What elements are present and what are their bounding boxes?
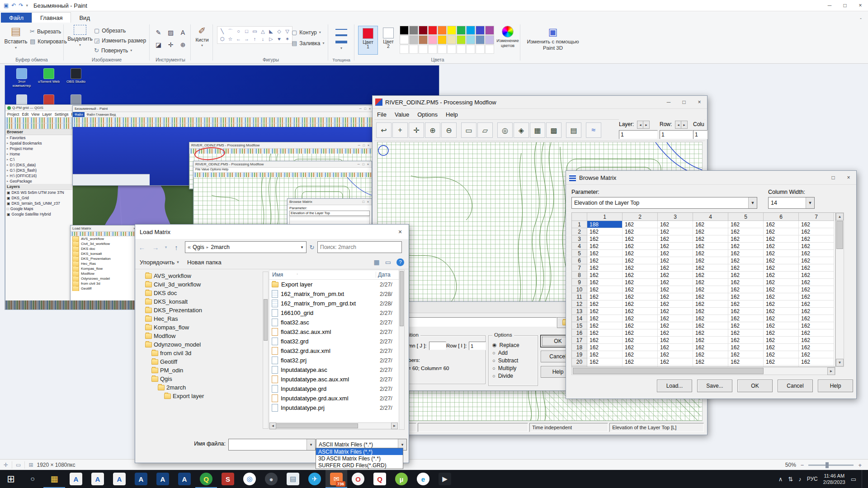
file-explorer-icon[interactable]: ▦ [43, 470, 65, 488]
file-list-item[interactable]: float32.asc.aux.xml2/27/ [269, 327, 399, 337]
bm-cell[interactable]: 162 [623, 315, 658, 322]
bm-cell[interactable]: 162 [764, 358, 799, 366]
bm-cell[interactable]: 162 [764, 250, 799, 257]
bm-cell[interactable]: 162 [764, 221, 799, 228]
bm-cell[interactable]: 162 [587, 351, 623, 358]
help-icon[interactable]: ? [396, 258, 404, 266]
name-column-header[interactable]: Имя ˆ [269, 272, 376, 278]
tree-folder-item[interactable]: Odynzowo_model [139, 340, 262, 349]
file-list-item[interactable]: float32.prj2/27/ [269, 356, 399, 365]
palette-swatch[interactable] [438, 26, 447, 35]
water-icon[interactable]: ≈ [586, 122, 601, 138]
radio-Multiply[interactable]: ○Multiply [492, 364, 519, 372]
preview-pane-button[interactable]: ▭ [385, 258, 391, 266]
layer-checkbox[interactable]: □ [7, 207, 9, 211]
bm-cell[interactable]: 162 [623, 235, 658, 243]
shape-icon[interactable]: □ [243, 28, 250, 35]
palette-swatch-empty[interactable] [400, 45, 409, 54]
palette-swatch-empty[interactable] [466, 45, 475, 54]
bm-cell[interactable]: 162 [587, 264, 623, 272]
paint-titlebar[interactable]: ▣ ↶ ↷ ▾ Безымянный - Paint ─ □ × [0, 0, 868, 11]
grid-icon[interactable]: ▦ [530, 122, 545, 138]
bm-cell[interactable]: 162 [623, 264, 658, 272]
qgis-layer-item[interactable]: ▣DKS_Grid [5, 195, 72, 201]
opera-icon[interactable]: O [347, 470, 369, 488]
bm-row-header[interactable]: 15 [572, 322, 587, 329]
palette-swatch[interactable] [457, 35, 466, 44]
bm-row-header[interactable]: 5 [572, 250, 587, 257]
shape-icon[interactable]: ♥ [275, 35, 283, 42]
bm-cell[interactable]: 162 [728, 272, 764, 279]
bm-row-header[interactable]: 12 [572, 300, 587, 308]
bm-cell[interactable]: 162 [799, 351, 834, 358]
file-list-item[interactable]: Export layer2/27/ [269, 280, 399, 289]
palette-swatch[interactable] [485, 35, 494, 44]
breadcrumb-collapse-icon[interactable]: « [188, 244, 191, 250]
file-list-item[interactable]: float32.grd.aux.xml2/27/ [269, 346, 399, 356]
palette-swatch-empty[interactable] [457, 45, 466, 54]
bm-col-header[interactable]: 3 [658, 213, 693, 221]
bm-cell[interactable]: 162 [623, 228, 658, 235]
bm-cell[interactable]: 162 [799, 279, 834, 286]
shape-fill-button[interactable]: ▤Заливка▾ [292, 40, 325, 47]
bm-cell[interactable]: 162 [728, 257, 764, 264]
bm-cell[interactable]: 162 [728, 308, 764, 315]
bm-cell[interactable]: 162 [693, 351, 728, 358]
app-a-blue-2-icon[interactable]: А [152, 470, 174, 488]
bm-cell[interactable]: 162 [693, 358, 728, 366]
ring-app-icon[interactable]: ◎ [239, 470, 260, 488]
shape-icon[interactable]: ↓ [259, 35, 267, 42]
tree-folder-item[interactable]: DKS doc [139, 289, 262, 297]
bm-cell[interactable]: 162 [799, 243, 834, 250]
shape-icon[interactable]: ◣ [267, 28, 275, 35]
bm-cell[interactable]: 162 [799, 329, 834, 337]
qgis-layer-item[interactable]: □Google Maps [5, 206, 72, 211]
modflow-titlebar[interactable]: RIVER_ODINZ.PM5 - Processing Modflow ─ □… [373, 96, 707, 109]
bm-cell[interactable]: 162 [658, 243, 693, 250]
palette-swatch-empty[interactable] [438, 45, 447, 54]
bm-cell[interactable]: 162 [764, 286, 799, 293]
bm-cell[interactable]: 162 [693, 250, 728, 257]
bm-cell[interactable]: 162 [728, 264, 764, 272]
bm-cell[interactable]: 162 [587, 286, 623, 293]
select-poly-icon[interactable]: ▱ [477, 122, 493, 138]
file-list-item[interactable]: 162_matrix_from_pm_grd.txt2/28/ [269, 299, 399, 308]
modflow-menu-Help[interactable]: Help [446, 111, 458, 118]
qgis-menu-Project[interactable]: Project [7, 112, 19, 117]
clock[interactable]: 11:46 AM 2/28/2023 [823, 473, 845, 486]
desktop-icon[interactable]: OBS Studio [63, 68, 89, 94]
view-mode-button[interactable]: ▦ [374, 258, 380, 266]
files-vscrollbar[interactable] [399, 270, 405, 430]
bm-row-header[interactable]: 7 [572, 264, 587, 272]
matrix-hscrollbar[interactable]: ► [571, 367, 835, 375]
tree-folder-item[interactable]: from civil 3d [139, 349, 262, 357]
palette-swatch[interactable] [428, 26, 437, 35]
palette-swatch[interactable] [447, 26, 456, 35]
app-a-blue-1-icon[interactable]: А [130, 470, 152, 488]
bm-col-header[interactable]: 6 [764, 213, 799, 221]
new-folder-button[interactable]: Новая папка [187, 259, 222, 266]
bm-cell[interactable]: 162 [693, 221, 728, 228]
nested-parameter-combo[interactable]: Elevation of the Layer Top [289, 211, 370, 216]
mini-folder-item[interactable]: Civil_3d_workflow [71, 241, 138, 246]
bm-cell[interactable]: 162 [658, 228, 693, 235]
palette-swatch-empty[interactable] [409, 45, 418, 54]
browse-close-button[interactable]: × [841, 173, 856, 183]
nested-paint-file-tab[interactable]: Файл [73, 112, 85, 117]
qat-customize-icon[interactable]: ▾ [26, 3, 28, 8]
file-list-item[interactable]: 162_matrix_from_pm.txt2/28/ [269, 289, 399, 299]
bm-cell[interactable]: 162 [658, 221, 693, 228]
modflow-close-button[interactable]: × [692, 97, 707, 107]
bm-cell[interactable]: 162 [658, 250, 693, 257]
rotate-button[interactable]: ↻Повернуть▾ [94, 47, 132, 54]
bm-cell[interactable]: 162 [799, 344, 834, 351]
shape-icon[interactable]: → [243, 35, 250, 42]
bm-cell[interactable]: 162 [623, 300, 658, 308]
layer-checkbox[interactable]: ▣ [7, 191, 10, 195]
palette-swatch[interactable] [419, 35, 428, 44]
bm-cell[interactable]: 162 [658, 308, 693, 315]
bm-row-header[interactable]: 18 [572, 344, 587, 351]
bm-cell[interactable]: 162 [658, 322, 693, 329]
bm-row-header[interactable]: 8 [572, 272, 587, 279]
modflow-menu-Value[interactable]: Value [395, 111, 409, 118]
